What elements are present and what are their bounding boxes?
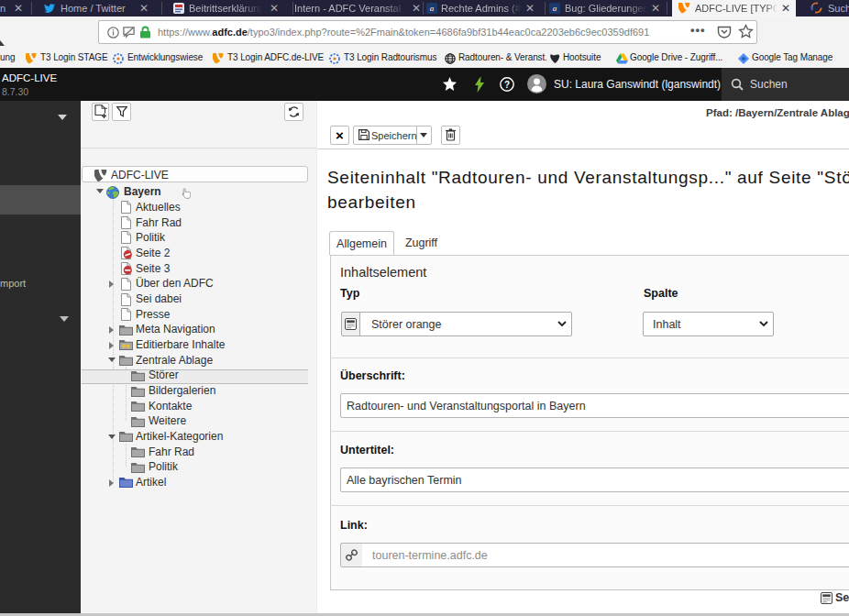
svg-text:a: a (430, 4, 435, 13)
svg-text:a: a (553, 4, 557, 13)
svg-text:?: ? (504, 80, 510, 90)
